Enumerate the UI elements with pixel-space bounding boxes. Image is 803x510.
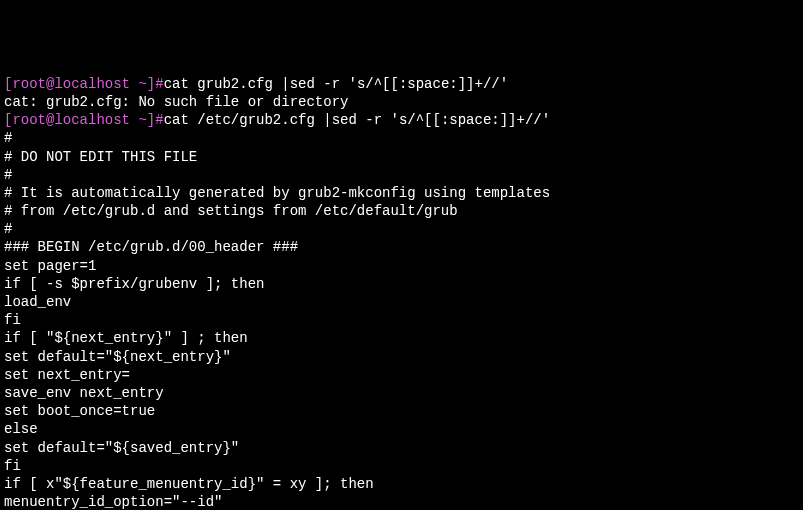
prompt-path: ~ — [138, 112, 146, 128]
command-2: cat /etc/grub2.cfg |sed -r 's/^[[:space:… — [164, 112, 550, 128]
output-line: else — [4, 420, 799, 438]
output-line: if [ -s $prefix/grubenv ]; then — [4, 275, 799, 293]
prompt-path: ~ — [138, 76, 146, 92]
output-line: fi — [4, 457, 799, 475]
output-line: # — [4, 220, 799, 238]
output-line: set default="${saved_entry}" — [4, 439, 799, 457]
output-line: set next_entry= — [4, 366, 799, 384]
output-line: menuentry_id_option="--id" — [4, 493, 799, 510]
prompt-symbol: # — [155, 76, 163, 92]
output-line: # — [4, 166, 799, 184]
output-line: ### BEGIN /etc/grub.d/00_header ### — [4, 238, 799, 256]
output-line: # DO NOT EDIT THIS FILE — [4, 148, 799, 166]
bracket-close: ] — [147, 112, 155, 128]
prompt-line-2[interactable]: [root@localhost ~]#cat /etc/grub2.cfg |s… — [4, 111, 799, 129]
prompt-user: root@localhost — [12, 76, 130, 92]
prompt-user: root@localhost — [12, 112, 130, 128]
output-line: if [ x"${feature_menuentry_id}" = xy ]; … — [4, 475, 799, 493]
output-line: set boot_once=true — [4, 402, 799, 420]
output-line: if [ "${next_entry}" ] ; then — [4, 329, 799, 347]
prompt-line-1[interactable]: [root@localhost ~]#cat grub2.cfg |sed -r… — [4, 75, 799, 93]
output-line: fi — [4, 311, 799, 329]
prompt-symbol: # — [155, 112, 163, 128]
command-1: cat grub2.cfg |sed -r 's/^[[:space:]]+//… — [164, 76, 508, 92]
output-line: set default="${next_entry}" — [4, 348, 799, 366]
terminal-output: [root@localhost ~]#cat grub2.cfg |sed -r… — [4, 75, 799, 510]
output-line: # — [4, 129, 799, 147]
output-line: # It is automatically generated by grub2… — [4, 184, 799, 202]
output-line: save_env next_entry — [4, 384, 799, 402]
output-line: # from /etc/grub.d and settings from /et… — [4, 202, 799, 220]
bracket-close: ] — [147, 76, 155, 92]
output-line: load_env — [4, 293, 799, 311]
error-output: cat: grub2.cfg: No such file or director… — [4, 93, 799, 111]
output-line: set pager=1 — [4, 257, 799, 275]
